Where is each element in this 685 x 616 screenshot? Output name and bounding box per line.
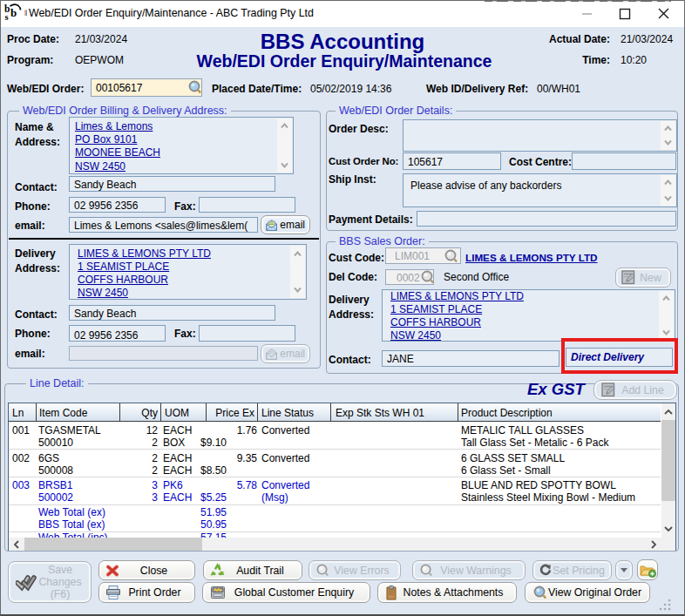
svg-text:b: b [10, 6, 17, 19]
svg-text:s: s [5, 12, 9, 22]
